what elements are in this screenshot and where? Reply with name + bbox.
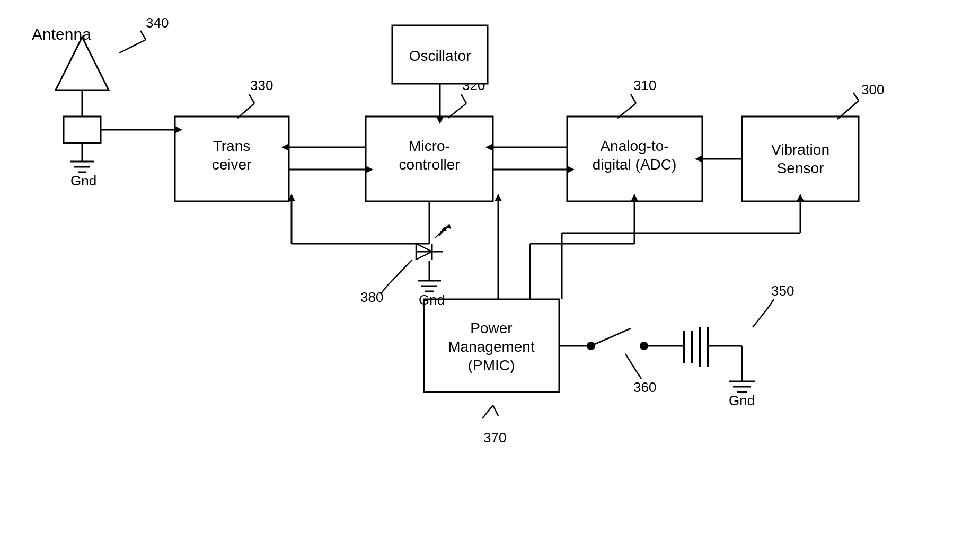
transceiver-label1: Trans: [213, 138, 251, 154]
svg-line-8: [482, 405, 493, 418]
vibration-sensor-block: [742, 117, 859, 201]
vibration-sensor-label: Vibration: [771, 141, 829, 158]
gnd-battery-label: Gnd: [729, 393, 755, 408]
ref-360: 360: [633, 379, 656, 395]
ref-330: 330: [250, 77, 273, 93]
microcontroller-label1: Micro-: [409, 138, 450, 154]
antenna-symbol: [56, 37, 109, 90]
svg-line-7: [249, 94, 254, 103]
svg-line-73: [636, 371, 641, 379]
gnd-antenna-label: Gnd: [70, 173, 96, 189]
svg-line-71: [769, 299, 774, 307]
pmic-label2: Management: [448, 338, 535, 355]
adc-label2: digital (ADC): [593, 156, 677, 173]
svg-line-46: [387, 260, 412, 286]
vibration-sensor-label2: Sensor: [777, 160, 824, 176]
ref-370: 370: [483, 430, 506, 445]
pmic-label3: (PMIC): [468, 357, 515, 373]
diagram-container: Vibration Sensor 300 Analog-to- digital …: [0, 0, 980, 544]
ref-340: 340: [146, 15, 169, 31]
ref-380: 380: [360, 289, 383, 305]
svg-line-5: [461, 94, 466, 103]
oscillator-label: Oscillator: [409, 48, 471, 64]
svg-line-9: [493, 405, 498, 416]
svg-line-58: [591, 328, 631, 346]
svg-line-70: [753, 307, 769, 327]
svg-marker-49: [495, 194, 502, 201]
svg-line-1: [853, 93, 859, 101]
antenna-box: [64, 117, 101, 143]
microcontroller-label2: controller: [399, 156, 460, 173]
svg-line-16: [140, 31, 146, 40]
antenna-label: Antenna: [32, 25, 91, 43]
svg-line-3: [631, 94, 636, 103]
svg-line-15: [119, 40, 146, 53]
gnd-led-label: Gnd: [419, 292, 445, 308]
ref-310: 310: [633, 77, 656, 93]
pmic-label1: Power: [470, 320, 512, 336]
adc-label1: Analog-to-: [600, 138, 668, 154]
transceiver-label2: ceiver: [212, 156, 252, 173]
ref-350: 350: [771, 283, 794, 299]
svg-line-72: [625, 354, 636, 371]
ref-300: 300: [861, 82, 884, 97]
